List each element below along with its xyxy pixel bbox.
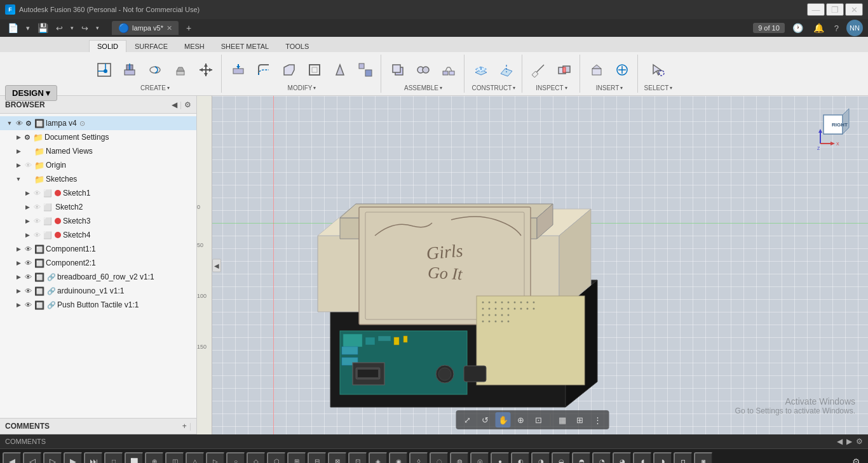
undo-dropdown[interactable]: ▾	[68, 23, 76, 32]
insert-svg-button[interactable]	[611, 57, 634, 83]
help-button[interactable]: ?	[832, 22, 841, 34]
tb-tool-8[interactable]: ◇	[247, 452, 266, 464]
file-menu-button[interactable]: ▾	[24, 23, 32, 34]
user-avatar[interactable]: NN	[846, 20, 863, 36]
taskbar-settings-button[interactable]: ⚙	[846, 452, 865, 464]
tb-tool-17[interactable]: ◌	[430, 452, 449, 464]
tb-tool-29[interactable]: ◘	[674, 452, 693, 464]
new-component-button[interactable]	[386, 57, 409, 83]
expand-button[interactable]: ▶	[14, 300, 23, 309]
fillet-button[interactable]	[252, 57, 275, 83]
as-built-joint-button[interactable]	[437, 57, 460, 83]
expand-comp2[interactable]: ▶	[14, 258, 23, 267]
tb-back[interactable]: ◀	[3, 452, 22, 464]
chamfer-button[interactable]	[278, 57, 301, 83]
close-button[interactable]: ✕	[845, 3, 863, 16]
visibility-breadboard[interactable]: 👁	[23, 272, 33, 282]
tree-item-sketch1[interactable]: ▶ 👁 ⬜ Sketch1	[0, 186, 196, 200]
gear-doc-settings[interactable]: ⚙	[24, 133, 31, 142]
tb-tool-15[interactable]: ◉	[389, 452, 408, 464]
tree-item-button[interactable]: ▶ 👁 🔲 🔗 Push Button Tactile v1:1	[0, 298, 196, 312]
scale-button[interactable]	[354, 57, 377, 83]
tb-tool-14[interactable]: ◈	[369, 452, 388, 464]
browser-collapse-button[interactable]: ◀	[172, 100, 177, 109]
save-button[interactable]: 💾	[35, 22, 51, 34]
expand-breadboard[interactable]: ▶	[14, 272, 23, 281]
undo-button[interactable]: ↩	[53, 22, 65, 34]
visibility-sketch1[interactable]: 👁	[32, 188, 42, 198]
offset-plane-button[interactable]	[470, 57, 492, 83]
visibility-sketch3[interactable]: 👁	[32, 216, 42, 226]
tree-item-root[interactable]: ▼ 👁 ⚙ 🔲 lampa v4 ⊙	[0, 116, 196, 130]
loft-button[interactable]	[169, 57, 192, 83]
tb-tool-24[interactable]: ◓	[572, 452, 591, 464]
press-pull-button[interactable]	[227, 57, 250, 83]
expand-named-views[interactable]: ▶	[14, 147, 23, 156]
select-tool-button[interactable]	[647, 57, 670, 83]
tb-tool-1[interactable]: □	[104, 452, 123, 464]
tb-tool-16[interactable]: ◊	[409, 452, 428, 464]
plane-at-angle-button[interactable]	[495, 57, 518, 83]
notifications-button[interactable]: 🔔	[811, 22, 827, 34]
visibility-comp2[interactable]: 👁	[23, 258, 33, 268]
expand-arduino[interactable]: ▶	[14, 286, 23, 295]
tree-item-sketches[interactable]: ▼ 📁 Sketches	[0, 172, 196, 186]
redo-dropdown[interactable]: ▾	[93, 23, 102, 32]
tb-tool-25[interactable]: ◔	[592, 452, 611, 464]
visibility-button[interactable]: 👁	[23, 300, 33, 310]
tree-item-origin[interactable]: ▶ 👁 📁 Origin	[0, 158, 196, 172]
tree-item-comp2[interactable]: ▶ 👁 🔲 Component2:1	[0, 256, 196, 270]
tb-tool-3[interactable]: ⊕	[145, 452, 164, 464]
move-button[interactable]	[194, 57, 217, 83]
tb-play[interactable]: ▷	[43, 452, 62, 464]
tb-prev[interactable]: ◁	[23, 452, 42, 464]
gear-root[interactable]: ⚙	[25, 119, 32, 128]
expand-doc-settings[interactable]: ▶	[14, 133, 23, 142]
display-mode-button[interactable]: ▦	[555, 412, 570, 427]
tb-tool-13[interactable]: ⊡	[348, 452, 367, 464]
hand-button[interactable]: ✋	[496, 412, 511, 427]
comments-add-button[interactable]: +	[182, 422, 187, 431]
minimize-button[interactable]: —	[807, 3, 825, 16]
tree-item-doc-settings[interactable]: ▶ ⚙ 📁 Document Settings	[0, 130, 196, 144]
visibility-arduino[interactable]: 👁	[23, 286, 33, 296]
joint-button[interactable]	[412, 57, 435, 83]
tb-tool-9[interactable]: ⬡	[267, 452, 286, 464]
browser-settings-button[interactable]: ⚙	[184, 100, 191, 109]
expand-comp1[interactable]: ▶	[14, 245, 23, 253]
expand-root[interactable]: ▼	[5, 119, 14, 128]
tb-tool-6[interactable]: ▷	[206, 452, 225, 464]
tree-item-sketch3[interactable]: ▶ 👁 ⬜ Sketch3	[0, 214, 196, 228]
visibility-sketch2[interactable]: 👁	[32, 202, 42, 212]
expand-sketch2[interactable]: ▶	[23, 203, 32, 211]
draft-button[interactable]	[329, 57, 351, 83]
bottom-right-arrow[interactable]: ▶	[846, 437, 852, 446]
history-button[interactable]: 🕐	[790, 22, 806, 34]
create-sketch-button[interactable]	[93, 57, 116, 83]
tab-tools[interactable]: TOOLS	[277, 40, 317, 52]
bottom-left-arrow[interactable]: ◀	[837, 437, 843, 446]
panel-collapse-handle[interactable]: ◀	[212, 258, 221, 272]
tb-tool-19[interactable]: ◎	[470, 452, 489, 464]
tb-tool-2[interactable]: ⬜	[125, 452, 144, 464]
zoom-window-button[interactable]: ⊕	[513, 412, 529, 427]
extrude-button[interactable]	[118, 57, 141, 83]
tb-tool-11[interactable]: ⊟	[308, 452, 327, 464]
more-button[interactable]: ⋮	[590, 412, 606, 427]
visibility-root[interactable]: 👁	[14, 118, 24, 128]
tab-mesh[interactable]: MESH	[176, 40, 213, 52]
tree-item-comp1[interactable]: ▶ 👁 🔲 Component1:1	[0, 242, 196, 256]
tab-surface[interactable]: SURFACE	[126, 40, 176, 52]
grid-button[interactable]: ⊞	[573, 412, 588, 427]
expand-sketch4[interactable]: ▶	[23, 231, 32, 239]
tree-item-sketch4[interactable]: ▶ 👁 ⬜ Sketch4	[0, 228, 196, 242]
tb-tool-10[interactable]: ⊞	[287, 452, 306, 464]
revolve-button[interactable]	[144, 57, 166, 83]
tb-tool-5[interactable]: △	[186, 452, 205, 464]
tree-item-sketch2[interactable]: ▶ 👁 ⬜ Sketch2	[0, 200, 196, 214]
add-tab-button[interactable]: +	[184, 22, 194, 34]
expand-origin[interactable]: ▶	[14, 161, 23, 170]
expand-sketch1[interactable]: ▶	[23, 189, 32, 198]
measure-button[interactable]	[527, 57, 550, 83]
tab-sheet-metal[interactable]: SHEET METAL	[213, 40, 277, 52]
